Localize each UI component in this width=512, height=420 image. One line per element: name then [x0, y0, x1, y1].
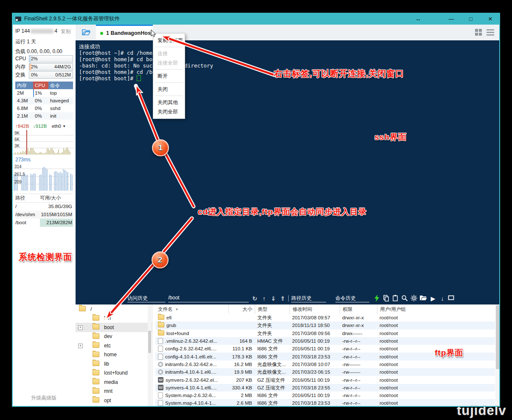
tree-item[interactable]: +boot: [76, 323, 152, 332]
file-table-header-cell[interactable]: 修改时间: [290, 304, 340, 314]
process-header-cell[interactable]: 命令: [48, 82, 73, 89]
interface-selector[interactable]: eth0 ▼: [52, 124, 66, 129]
file-row[interactable]: initramfs-2.6.32-642.e...16.2 MB光盘映像文...…: [155, 361, 495, 368]
upload-icon[interactable]: ⇑: [279, 295, 287, 302]
file-type: 文件夹: [255, 321, 290, 329]
menu-item[interactable]: 关闭: [153, 85, 185, 94]
ssh-terminal[interactable]: 连接成功[root@host ~]# cd /home[root@host ho…: [76, 40, 500, 304]
process-row[interactable]: 2.1M0%init: [15, 112, 73, 120]
layout-grid-icon[interactable]: [475, 29, 482, 38]
tree-item-label: bin: [104, 315, 111, 321]
process-header-cell[interactable]: CPU: [33, 82, 48, 89]
open-connection-icon[interactable]: [82, 28, 91, 38]
open-folder-icon[interactable]: [419, 295, 427, 302]
gear-icon[interactable]: [410, 295, 418, 302]
tree-item[interactable]: bin: [76, 314, 152, 323]
file-table-header-cell[interactable]: 文件名▲: [155, 304, 228, 314]
window-icon[interactable]: [447, 295, 455, 302]
file-mtime: 2016/05/11 00:19: [290, 337, 340, 345]
maximize-button[interactable]: □: [461, 16, 481, 22]
step-badge-2: 2: [152, 251, 169, 268]
tree-scrollbar-thumb[interactable]: [148, 331, 151, 353]
ftp-tree: /bin+bootdev+etchomeliblost+foundmediamn…: [76, 304, 152, 407]
file-owner: root/root: [377, 361, 495, 368]
tree-item[interactable]: mnt: [76, 387, 152, 396]
tree-item[interactable]: dev: [76, 332, 152, 341]
ip-redacted: [31, 29, 53, 34]
tree-expander-icon[interactable]: +: [78, 325, 83, 330]
file-row[interactable]: .vmlinuz-2.6.32-642.el...164 BHMAC 文件201…: [155, 337, 495, 345]
file-table-header-cell[interactable]: 用户/用户组: [377, 304, 495, 314]
file-table-header-cell[interactable]: 权限: [340, 304, 377, 314]
menu-item[interactable]: 关闭其他: [153, 98, 185, 107]
copy-icon[interactable]: [382, 295, 390, 302]
close-button[interactable]: ✕: [481, 16, 500, 22]
tree-item[interactable]: /: [76, 304, 152, 314]
download-icon[interactable]: ⇓: [270, 295, 277, 302]
file-size: [228, 314, 255, 321]
cpu-label: CPU: [15, 56, 29, 62]
file-row[interactable]: grub文件夹2018/11/13 18:50drwxr-xr-xroot/ro…: [155, 321, 495, 329]
tree-item[interactable]: lost+found: [76, 369, 152, 378]
access-history-field[interactable]: 访问历史: [127, 295, 166, 302]
lightning-icon[interactable]: [373, 295, 380, 302]
network-graph: 9K 6K 3K: [14, 130, 73, 155]
menu-item[interactable]: 复制标签页: [153, 36, 185, 45]
window-title: FinalShell 2.9.5.2 一体化服务器管理软件: [24, 15, 415, 23]
paste-icon[interactable]: [391, 295, 399, 302]
gz-icon: GZ: [158, 385, 163, 390]
tree-item[interactable]: opt: [76, 396, 152, 405]
file-row[interactable]: lost+found文件夹2017/03/08 09:56drwx------r…: [155, 330, 495, 337]
file-row[interactable]: GZsymvers-2.6.32-642.el...207 KBGZ 压缩文件2…: [155, 376, 495, 383]
menu-separator: [155, 47, 183, 47]
search-icon[interactable]: [401, 295, 408, 302]
terminal-line: [root@host ~]# cd /home: [79, 50, 213, 56]
minimize-button[interactable]: —: [442, 16, 461, 22]
tree-item[interactable]: home: [76, 350, 152, 360]
file-mtime: 2017/03/23 06:15: [290, 368, 340, 376]
command-history-field[interactable]: 命令历史: [335, 295, 369, 302]
disk-row[interactable]: /35.8G/39G: [15, 203, 73, 211]
disk-row[interactable]: /boot213M/282M: [15, 219, 73, 227]
process-row[interactable]: 4.3M0%haveged: [15, 97, 73, 104]
play-icon[interactable]: ▶: [429, 295, 437, 302]
file-type: 光盘映像文...: [255, 361, 290, 368]
tree-item[interactable]: lib: [76, 359, 152, 369]
file-type: I686 文件: [255, 345, 290, 352]
refresh-icon[interactable]: ↻: [251, 295, 259, 302]
path-history-field[interactable]: 路径历史: [291, 295, 326, 302]
file-row[interactable]: GZsymvers-4.10.4-1.el6....330.4 KBGZ 压缩文…: [155, 384, 495, 392]
tree-expander-icon[interactable]: +: [78, 344, 83, 348]
file-size: [228, 330, 255, 337]
file-mtime: 2016/05/11 00:19: [290, 376, 340, 383]
path-input[interactable]: /boot: [168, 295, 249, 302]
resize-icon[interactable]: ↔: [415, 15, 421, 22]
tree-item[interactable]: media: [76, 378, 152, 387]
upgrade-link[interactable]: 升级高级版: [12, 395, 76, 402]
folder-icon: [158, 330, 164, 335]
menu-item[interactable]: 断开: [153, 71, 185, 81]
tab-bandwagonhost[interactable]: 1 BandwagonHost: [96, 25, 153, 40]
tree-scrollbar[interactable]: [148, 304, 152, 407]
mem-detail: 44M/2G: [54, 64, 71, 69]
disk-row[interactable]: /dev/shm1015M/1015M: [15, 211, 73, 219]
file-table-header-cell[interactable]: 类型: [255, 304, 290, 314]
menu-item[interactable]: 关闭全部: [153, 107, 185, 116]
file-row[interactable]: initramfs-4.10.4-1.el6....19.9 MB光盘映像文..…: [155, 368, 495, 376]
disk-table: 路径可用/大小/35.8G/39G/dev/shm1015M/1015M/boo…: [15, 194, 73, 227]
process-row[interactable]: 6.8M0%sshd: [15, 104, 73, 112]
process-header-cell[interactable]: 内存: [15, 82, 33, 89]
copy-ip-button[interactable]: 复制: [61, 28, 71, 35]
process-row[interactable]: 2M1%top: [15, 89, 73, 97]
down-arrow-icon[interactable]: ↓: [439, 295, 446, 302]
file-type: 光盘映像文...: [255, 368, 290, 376]
file-row[interactable]: efi文件夹2017/03/08 09:57drwxr-xr-xroot/roo…: [155, 314, 495, 321]
file-table-header-cell[interactable]: 大小: [228, 304, 255, 314]
table-scrollbar-thumb[interactable]: [496, 305, 499, 369]
file-mtime: 2017/03/08 09:56: [290, 330, 340, 337]
menu-icon[interactable]: [487, 29, 494, 38]
up-directory-icon[interactable]: ↑: [260, 295, 268, 302]
tree-item[interactable]: +etc: [76, 341, 152, 350]
file-row[interactable]: System.map-2.6.32-6...2 MBI686 文件2016/05…: [155, 392, 495, 399]
swap-gauge: 交换 0% 0/512M: [15, 71, 73, 78]
